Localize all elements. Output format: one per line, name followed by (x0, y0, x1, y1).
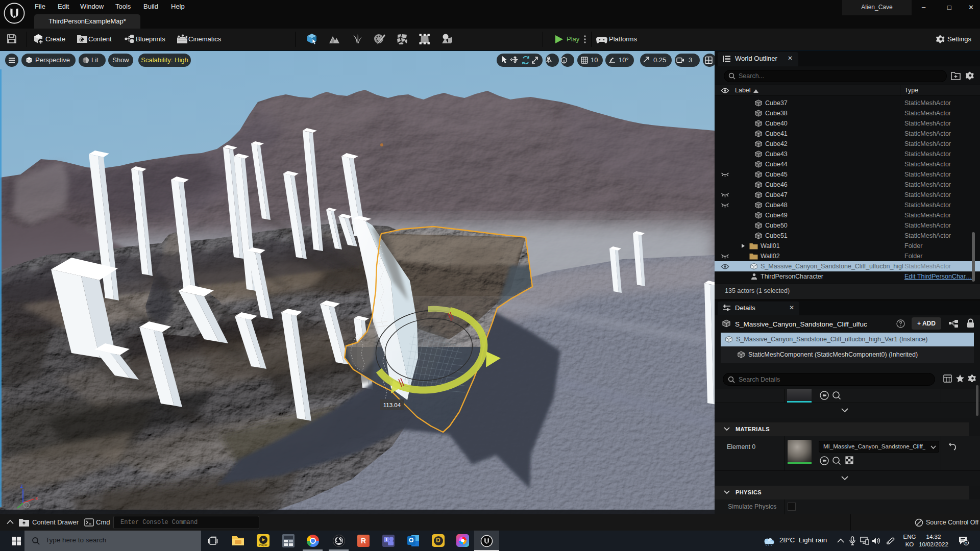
svg-text:?: ? (25, 504, 28, 508)
svg-text:z: z (20, 483, 23, 489)
svg-text:5: 5 (965, 541, 967, 545)
svg-text:x: x (35, 495, 38, 501)
svg-text:113.04: 113.04 (383, 402, 401, 408)
